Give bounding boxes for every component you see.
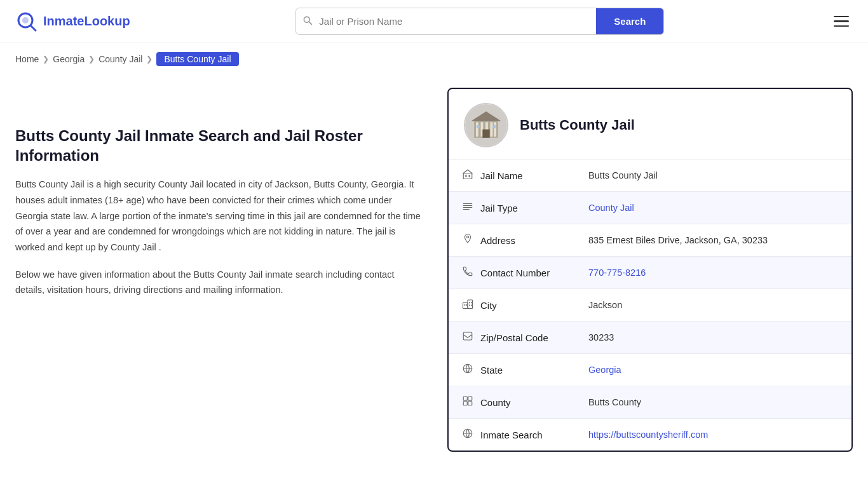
row-label: State [480, 365, 503, 376]
web-icon [461, 428, 474, 442]
row-label: County [480, 397, 511, 408]
row-label: Jail Name [480, 170, 523, 181]
left-content: Butts County Jail Inmate Search and Jail… [15, 88, 422, 452]
svg-rect-32 [471, 305, 472, 306]
zip-icon [461, 330, 474, 344]
svg-rect-30 [471, 302, 472, 303]
main-layout: Butts County Jail Inmate Search and Jail… [0, 72, 868, 467]
chevron-icon: ❯ [88, 55, 95, 64]
list-icon [461, 201, 474, 215]
menu-button[interactable] [830, 12, 853, 31]
svg-rect-17 [465, 175, 466, 177]
breadcrumb: Home ❯ Georgia ❯ County Jail ❯ Butts Cou… [0, 43, 868, 72]
breadcrumb-county-jail[interactable]: County Jail [98, 54, 142, 64]
row-value[interactable]: 770-775-8216 [576, 257, 851, 289]
table-row: CountyButts County [449, 386, 851, 419]
row-value: Butts County [576, 386, 851, 419]
row-link[interactable]: County Jail [588, 203, 634, 213]
logo-icon [15, 10, 38, 33]
row-link[interactable]: Georgia [588, 365, 621, 375]
search-bar: Search [295, 8, 664, 35]
search-button[interactable]: Search [596, 8, 663, 34]
jail-icon [461, 168, 474, 182]
jail-info-card: Butts County Jail Jail NameButts County … [447, 88, 853, 452]
svg-line-4 [309, 22, 312, 24]
svg-rect-39 [468, 402, 472, 405]
row-value: Jackson [576, 289, 851, 322]
table-row: Contact Number770-775-8216 [449, 257, 851, 289]
svg-rect-29 [469, 302, 470, 303]
site-header: InmateLookup Search [0, 0, 868, 43]
row-value[interactable]: https://buttscountysheriff.com [576, 419, 851, 451]
card-header: Butts County Jail [449, 89, 851, 159]
row-value[interactable]: County Jail [576, 192, 851, 224]
chevron-icon: ❯ [146, 55, 153, 64]
city-icon [461, 298, 474, 312]
breadcrumb-georgia[interactable]: Georgia [53, 54, 85, 64]
logo-link[interactable]: InmateLookup [15, 10, 130, 33]
svg-rect-15 [492, 125, 496, 128]
svg-marker-19 [463, 170, 472, 173]
svg-rect-33 [463, 332, 472, 340]
svg-rect-16 [463, 173, 472, 179]
state-icon [461, 363, 474, 377]
search-icon [296, 15, 319, 28]
row-label: Contact Number [480, 268, 550, 278]
row-value: Butts County Jail [576, 159, 851, 192]
description-paragraph-2: Below we have given information about th… [15, 267, 422, 298]
svg-rect-37 [468, 396, 472, 400]
row-label: Jail Type [480, 203, 518, 214]
breadcrumb-home[interactable]: Home [15, 54, 39, 64]
breadcrumb-current: Butts County Jail [156, 52, 238, 66]
row-link[interactable]: 770-775-8216 [588, 268, 646, 278]
card-title: Butts County Jail [520, 117, 635, 133]
svg-rect-13 [482, 130, 489, 138]
search-input[interactable] [319, 10, 596, 33]
svg-point-2 [22, 17, 29, 24]
row-label: Inmate Search [480, 430, 543, 440]
row-label: Zip/Postal Code [480, 332, 548, 343]
table-row: Address835 Ernest Biles Drive, Jackson, … [449, 224, 851, 257]
svg-rect-36 [463, 396, 467, 400]
svg-rect-18 [469, 175, 470, 177]
table-row: StateGeorgia [449, 354, 851, 386]
table-row: Jail NameButts County Jail [449, 159, 851, 192]
page-heading: Butts County Jail Inmate Search and Jail… [15, 126, 422, 165]
row-value[interactable]: Georgia [576, 354, 851, 386]
table-row: CityJackson [449, 289, 851, 322]
svg-rect-10 [491, 122, 493, 137]
row-label: City [480, 300, 497, 311]
chevron-icon: ❯ [43, 55, 49, 64]
county-icon [461, 395, 474, 409]
description-paragraph-1: Butts County Jail is a high security Cou… [15, 177, 422, 255]
svg-rect-27 [465, 304, 466, 306]
row-value: 30233 [576, 322, 851, 354]
svg-rect-7 [476, 122, 478, 137]
svg-rect-11 [494, 122, 496, 137]
phone-icon [461, 266, 474, 280]
table-row: Jail TypeCounty Jail [449, 192, 851, 224]
svg-rect-26 [468, 300, 473, 309]
row-link[interactable]: https://buttscountysheriff.com [588, 430, 708, 440]
svg-rect-31 [469, 305, 470, 306]
table-row: Inmate Searchhttps://buttscountysheriff.… [449, 419, 851, 451]
logo-text: InmateLookup [43, 14, 130, 29]
svg-rect-38 [463, 402, 467, 405]
jail-image [464, 103, 508, 147]
svg-point-24 [467, 236, 469, 238]
svg-line-1 [31, 25, 36, 30]
row-value: 835 Ernest Biles Drive, Jackson, GA, 302… [576, 224, 851, 257]
svg-rect-28 [466, 304, 468, 306]
svg-rect-14 [477, 125, 480, 128]
table-row: Zip/Postal Code30233 [449, 322, 851, 354]
info-table: Jail NameButts County JailJail TypeCount… [449, 159, 851, 451]
row-label: Address [480, 235, 515, 246]
location-icon [461, 233, 474, 247]
